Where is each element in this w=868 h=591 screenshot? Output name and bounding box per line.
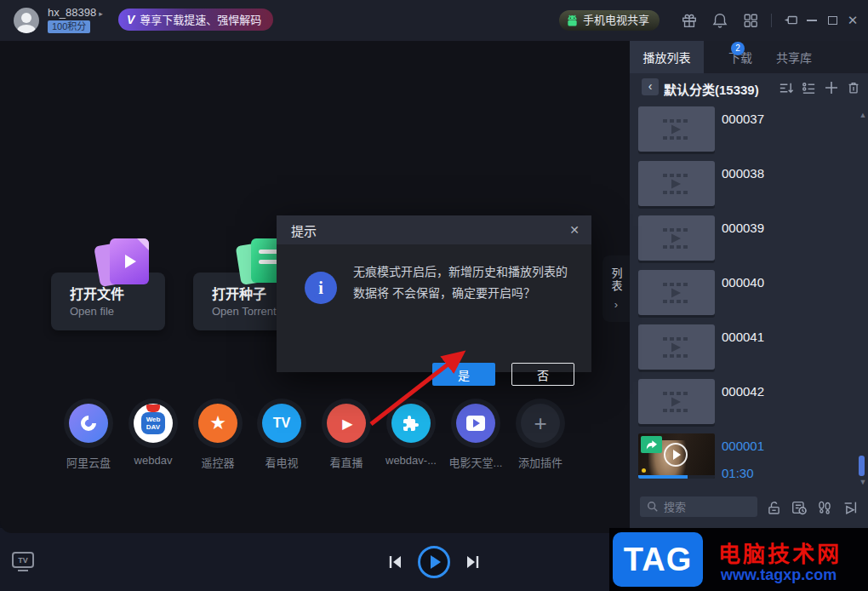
- history-icon[interactable]: [789, 497, 809, 518]
- plugin-label: 添加插件: [510, 454, 571, 470]
- playlist-item[interactable]: 000039: [630, 215, 858, 265]
- playlist-item[interactable]: 000042: [630, 379, 858, 428]
- locate-playing-icon[interactable]: [840, 497, 860, 518]
- progress-bar: [638, 475, 688, 479]
- playlist-item[interactable]: 000040: [630, 270, 858, 319]
- avatar-body: [17, 25, 36, 33]
- delete-icon[interactable]: [844, 78, 863, 97]
- play-icon: ▶: [327, 404, 366, 443]
- plugin-remote-control[interactable]: ★ 遥控器: [187, 399, 248, 470]
- plugin-movie-heaven[interactable]: 电影天堂...: [445, 399, 506, 470]
- close-icon: ✕: [848, 13, 859, 28]
- promo-label: 尊享下载提速、强悍解码: [140, 14, 261, 26]
- tv-mode-button[interactable]: TV: [12, 552, 34, 572]
- message-line2: 不会保留，确定要开启吗？: [392, 286, 535, 300]
- search-input[interactable]: [664, 501, 749, 514]
- plus-icon: +: [521, 404, 560, 443]
- file-play-icon: [95, 237, 155, 290]
- maximize-icon: [828, 16, 837, 25]
- playlist-panel: 播放列表 下载 2 共享库 ‹ 默认分类(15339) 000037: [630, 41, 868, 591]
- side-tab-label: 列表: [608, 267, 625, 293]
- sort-icon[interactable]: [776, 78, 795, 97]
- tag-logo: TAG: [613, 532, 703, 587]
- previous-button[interactable]: [387, 555, 403, 569]
- item-name: 000037: [722, 112, 764, 126]
- scroll-down-icon[interactable]: ▼: [858, 478, 868, 486]
- add-icon[interactable]: [822, 78, 841, 97]
- plugin-label: webdav-...: [380, 454, 442, 467]
- dialog-message: 无痕模式开启后，新增历史和播放列表的数据将 不会保留，确定要开启吗？: [353, 261, 578, 304]
- status-dot: [642, 468, 646, 473]
- plugin-label: 电影天堂...: [445, 454, 506, 470]
- confirm-dialog: 提示 ✕ i 无痕模式开启后，新增历史和播放列表的数据将 不会保留，确定要开启吗…: [277, 215, 591, 372]
- yes-button[interactable]: 是: [432, 363, 495, 386]
- video-thumbnail: [638, 161, 715, 206]
- chevron-right-icon: ›: [614, 298, 618, 311]
- next-button[interactable]: [465, 555, 481, 569]
- plugin-webdav[interactable]: WebDAV webdav: [123, 399, 184, 467]
- playlist-item[interactable]: 000038: [630, 161, 858, 210]
- bell-icon[interactable]: [711, 11, 729, 30]
- plugin-label: 遥控器: [187, 454, 248, 470]
- plugin-aliyundrive[interactable]: 阿里云盘: [58, 399, 119, 470]
- username[interactable]: hx_88398▸: [48, 6, 103, 19]
- minimize-button[interactable]: [802, 11, 821, 30]
- plugin-watch-tv[interactable]: TV 看电视: [251, 399, 312, 470]
- item-name: 000042: [722, 384, 764, 399]
- play-overlay-icon: [664, 443, 688, 467]
- dialog-title: 提示: [291, 221, 317, 239]
- star-icon: ★: [198, 404, 237, 443]
- watermark-url: www.tagxp.com: [721, 566, 837, 584]
- category-header: ‹ 默认分类(15339): [630, 73, 868, 102]
- user-avatar[interactable]: [14, 8, 39, 33]
- view-mode-icon[interactable]: [799, 78, 818, 97]
- puzzle-icon: [391, 404, 431, 443]
- category-title: 默认分类(15339): [664, 80, 759, 98]
- dialog-header: 提示 ✕: [277, 215, 591, 244]
- webdav-icon: WebDAV: [134, 404, 173, 443]
- open-file-subtitle: Open file: [70, 305, 114, 318]
- current-item-name: 000001: [722, 439, 764, 453]
- tab-playlist[interactable]: 播放列表: [630, 41, 704, 73]
- vip-promo-button[interactable]: V尊享下载提速、强悍解码: [118, 9, 273, 31]
- maximize-button[interactable]: [823, 11, 842, 30]
- playlist-item[interactable]: 000037: [630, 106, 858, 156]
- lock-icon[interactable]: [763, 497, 784, 518]
- plugin-live[interactable]: ▶ 看直播: [316, 399, 377, 470]
- watermark-site-name: 电脑技术网: [718, 536, 842, 568]
- play-button[interactable]: [418, 546, 450, 578]
- plugin-webdav2[interactable]: webdav-...: [380, 399, 442, 467]
- info-icon: i: [305, 272, 337, 304]
- current-item-duration: 01:30: [722, 466, 754, 480]
- back-button[interactable]: ‹: [642, 78, 659, 95]
- video-thumbnail: [638, 215, 715, 261]
- incognito-footprints-icon[interactable]: [814, 497, 835, 518]
- phone-tv-share-button[interactable]: 手机电视共享: [559, 10, 660, 31]
- close-button[interactable]: ✕: [843, 11, 862, 30]
- no-button[interactable]: 否: [511, 363, 574, 386]
- username-text: hx_88398: [48, 6, 96, 19]
- scrollbar-thumb[interactable]: [859, 456, 865, 476]
- mini-mode-icon[interactable]: [781, 11, 800, 30]
- share-label: 手机电视共享: [583, 10, 649, 31]
- dialog-close-icon[interactable]: ✕: [569, 223, 580, 237]
- playlist-item[interactable]: 000041: [630, 324, 858, 374]
- apps-grid-icon[interactable]: [741, 11, 760, 30]
- player-control-bar: [0, 528, 630, 591]
- plugin-add[interactable]: + 添加插件: [510, 399, 571, 470]
- scroll-up-icon[interactable]: ▲: [858, 111, 868, 119]
- gift-icon[interactable]: [680, 11, 699, 30]
- tab-shared-library[interactable]: 共享库: [768, 41, 819, 73]
- plugin-label: webdav: [123, 454, 184, 467]
- player-app-window: hx_88398▸ 100积分 V尊享下载提速、强悍解码 手机电视共享 ✕ 打开…: [0, 0, 868, 591]
- show-playlist-tab[interactable]: 列表 ›: [602, 255, 630, 322]
- chevron-right-icon: ▸: [99, 9, 103, 18]
- download-count-badge: 2: [731, 42, 745, 55]
- vip-icon: V: [127, 13, 134, 26]
- search-box[interactable]: [640, 496, 757, 517]
- minimize-icon: [807, 20, 817, 21]
- plugin-label: 阿里云盘: [58, 454, 119, 470]
- divider: [771, 14, 772, 27]
- plugin-label: 看电视: [251, 454, 312, 470]
- playlist-item-current[interactable]: 000001 01:30: [630, 433, 858, 483]
